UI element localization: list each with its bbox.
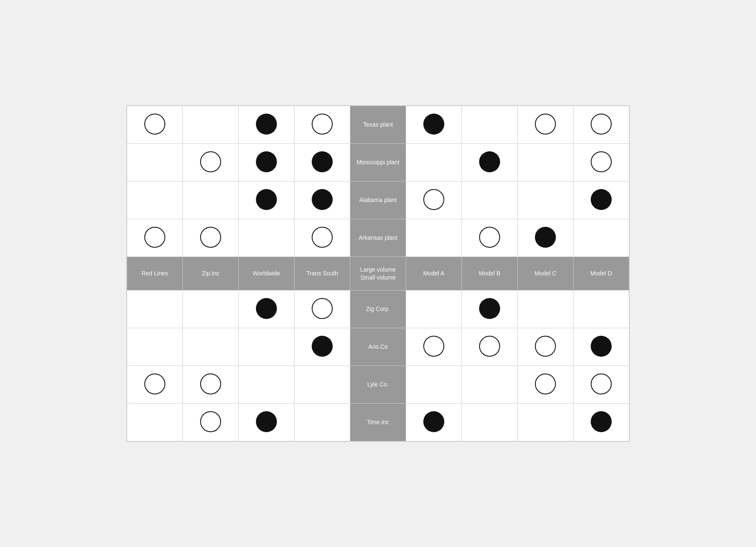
row-label: Alabama plant [350, 181, 406, 219]
header-col2: Zip.Inc [183, 257, 239, 290]
circle-empty [535, 373, 556, 394]
cell [574, 404, 629, 441]
circle-filled [312, 189, 333, 210]
circle-empty [144, 114, 165, 135]
table-row: Mississippi plant [127, 144, 629, 181]
cell [183, 106, 239, 144]
cell [406, 219, 462, 257]
cell [239, 328, 295, 366]
circle-empty [200, 411, 221, 432]
cell [295, 219, 350, 257]
cell [574, 106, 629, 144]
cell [239, 181, 295, 219]
cell [518, 290, 574, 328]
cell [127, 290, 183, 328]
table-row: Alabama plant [127, 181, 629, 219]
cell [295, 290, 350, 328]
cell [127, 106, 183, 144]
circle-filled [479, 151, 500, 172]
circle-empty [144, 373, 165, 394]
circle-filled [256, 298, 277, 319]
cell [518, 144, 574, 181]
table-row: Time.Inc [127, 404, 629, 441]
circle-empty [591, 373, 612, 394]
cell [462, 219, 518, 257]
cell [574, 290, 629, 328]
cell [574, 219, 629, 257]
cell [295, 366, 350, 404]
header-row: Red Lines Zip.Inc Worldwide Trans South … [127, 257, 629, 290]
circle-filled [256, 189, 277, 210]
cell [127, 366, 183, 404]
cell [239, 106, 295, 144]
cell [462, 290, 518, 328]
circle-filled [535, 227, 556, 248]
cell [462, 328, 518, 366]
circle-empty [200, 227, 221, 248]
cell [518, 404, 574, 441]
circle-empty [144, 227, 165, 248]
header-col5: Large volume Small volume [350, 257, 406, 290]
circle-filled [423, 114, 444, 135]
circle-filled [256, 411, 277, 432]
circle-empty [200, 373, 221, 394]
cell [295, 144, 350, 181]
cell [295, 404, 350, 441]
cell [239, 366, 295, 404]
cell [462, 181, 518, 219]
circle-empty [312, 114, 333, 135]
cell [239, 144, 295, 181]
cell [183, 404, 239, 441]
cell [406, 144, 462, 181]
cell [183, 366, 239, 404]
cell [127, 219, 183, 257]
main-container: Texas plantMississippi plantAlabama plan… [126, 105, 630, 442]
header-col3: Worldwide [239, 257, 295, 290]
circle-filled [591, 336, 612, 357]
cell [295, 328, 350, 366]
row-label: Mississippi plant [350, 144, 406, 181]
circle-empty [423, 189, 444, 210]
cell [518, 219, 574, 257]
row-label: Texas plant [350, 106, 406, 144]
circle-filled [591, 189, 612, 210]
cell [295, 106, 350, 144]
cell [406, 106, 462, 144]
circle-filled [423, 411, 444, 432]
header-col1: Red Lines [127, 257, 183, 290]
cell [462, 106, 518, 144]
cell [183, 181, 239, 219]
cell [183, 328, 239, 366]
row-label: Time.Inc [350, 404, 406, 441]
cell [127, 404, 183, 441]
circle-filled [479, 298, 500, 319]
header-col4: Trans South [295, 257, 350, 290]
cell [127, 181, 183, 219]
cell [295, 181, 350, 219]
circle-empty [479, 336, 500, 357]
header-col6: Model A [406, 257, 462, 290]
circle-empty [312, 227, 333, 248]
cell [462, 404, 518, 441]
row-label: Zig Corp. [350, 290, 406, 328]
table-row: Zig Corp. [127, 290, 629, 328]
circle-empty [423, 336, 444, 357]
circle-empty [200, 151, 221, 172]
row-label: Ario.Co [350, 328, 406, 366]
cell [406, 290, 462, 328]
row-label: Arkansas plant [350, 219, 406, 257]
circle-filled [256, 151, 277, 172]
table-row: Texas plant [127, 106, 629, 144]
cell [574, 366, 629, 404]
circle-filled [312, 151, 333, 172]
cell [574, 328, 629, 366]
cell [518, 181, 574, 219]
header-col9: Model D [574, 257, 629, 290]
circle-empty [535, 336, 556, 357]
circle-empty [479, 227, 500, 248]
circle-empty [591, 151, 612, 172]
cell [406, 328, 462, 366]
cell [406, 366, 462, 404]
header-col8: Model C [518, 257, 574, 290]
cell [518, 328, 574, 366]
